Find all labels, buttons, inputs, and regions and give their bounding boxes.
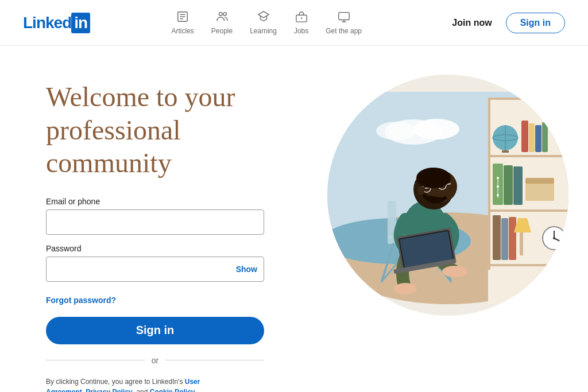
logo-text-linked: Linked xyxy=(23,14,71,32)
right-panel xyxy=(287,63,574,339)
svg-rect-30 xyxy=(502,150,509,153)
password-wrapper: Show xyxy=(46,257,264,282)
page-headline: Welcome to your professional community xyxy=(46,80,287,180)
svg-rect-48 xyxy=(493,215,501,260)
svg-point-4 xyxy=(219,13,222,16)
svg-marker-6 xyxy=(258,11,268,18)
jobs-icon xyxy=(295,10,308,25)
svg-rect-51 xyxy=(520,232,523,255)
people-icon xyxy=(216,10,229,25)
main-nav: Articles People Learning xyxy=(164,6,369,40)
password-form-group: Password Show xyxy=(46,244,287,282)
or-label: or xyxy=(152,356,158,365)
svg-point-57 xyxy=(573,249,574,256)
articles-icon xyxy=(176,10,189,25)
sign-in-button[interactable]: Sign in xyxy=(46,317,264,344)
nav-item-articles[interactable]: Articles xyxy=(164,6,200,40)
svg-rect-49 xyxy=(501,218,508,260)
svg-point-16 xyxy=(413,119,459,139)
password-label: Password xyxy=(46,244,287,253)
or-divider: or xyxy=(46,356,264,365)
password-input[interactable] xyxy=(46,257,264,282)
svg-point-78 xyxy=(417,186,424,195)
legal-and: , and xyxy=(133,388,150,392)
header-sign-in-button[interactable]: Sign in xyxy=(506,13,565,33)
svg-point-35 xyxy=(566,137,574,148)
svg-point-36 xyxy=(569,130,574,140)
or-line-left xyxy=(46,360,145,360)
svg-rect-40 xyxy=(504,165,513,205)
logo[interactable]: Linkedin xyxy=(23,13,90,33)
nav-getapp-label: Get the app xyxy=(326,27,362,35)
nav-learning-label: Learning xyxy=(250,27,277,35)
learning-icon xyxy=(257,10,270,25)
nav-people-label: People xyxy=(211,27,233,35)
svg-point-17 xyxy=(376,122,416,140)
legal-text: By clicking Continue, you agree to Linke… xyxy=(46,377,264,392)
show-password-button[interactable]: Show xyxy=(236,265,257,274)
svg-rect-32 xyxy=(529,123,535,152)
logo-box-in: in xyxy=(71,13,90,33)
svg-point-79 xyxy=(416,168,451,188)
svg-marker-37 xyxy=(570,126,574,131)
svg-rect-25 xyxy=(488,98,490,270)
header-actions: Join now Sign in xyxy=(443,13,565,33)
svg-point-44 xyxy=(497,185,499,188)
legal-period: . xyxy=(195,388,196,392)
left-panel: Welcome to your professional community E… xyxy=(46,75,287,392)
svg-rect-47 xyxy=(525,178,554,184)
main-content: Welcome to your professional community E… xyxy=(0,46,588,392)
svg-point-43 xyxy=(497,177,499,179)
email-label: Email or phone xyxy=(46,197,287,206)
svg-rect-31 xyxy=(521,121,528,152)
header: Linkedin Articles People xyxy=(0,0,588,46)
email-input[interactable] xyxy=(46,209,264,235)
svg-point-56 xyxy=(553,237,555,239)
svg-rect-21 xyxy=(488,98,574,100)
svg-rect-9 xyxy=(338,13,349,20)
svg-point-45 xyxy=(497,194,499,196)
svg-rect-24 xyxy=(488,264,574,266)
svg-point-67 xyxy=(394,283,417,294)
svg-rect-34 xyxy=(542,122,548,152)
nav-item-learning[interactable]: Learning xyxy=(243,6,284,40)
nav-item-jobs[interactable]: Jobs xyxy=(287,6,315,40)
nav-item-getapp[interactable]: Get the app xyxy=(319,6,369,40)
svg-rect-23 xyxy=(488,209,574,212)
or-line-right xyxy=(165,360,264,360)
svg-rect-22 xyxy=(488,155,574,157)
hero-illustration xyxy=(299,63,574,339)
forgot-password-link[interactable]: Forgot password? xyxy=(46,296,116,305)
email-form-group: Email or phone xyxy=(46,197,287,235)
nav-jobs-label: Jobs xyxy=(294,27,308,35)
nav-item-people[interactable]: People xyxy=(204,6,239,40)
getapp-icon xyxy=(338,10,350,25)
join-now-button[interactable]: Join now xyxy=(443,13,501,33)
svg-rect-41 xyxy=(513,166,523,205)
svg-point-5 xyxy=(223,13,226,16)
cookie-policy-link[interactable]: Cookie Policy xyxy=(150,388,195,392)
svg-rect-33 xyxy=(535,125,541,152)
nav-articles-label: Articles xyxy=(171,27,194,35)
svg-point-68 xyxy=(442,266,467,277)
legal-prefix: By clicking Continue, you agree to Linke… xyxy=(46,378,185,386)
svg-rect-50 xyxy=(509,217,516,260)
privacy-policy-link[interactable]: Privacy Policy xyxy=(86,388,132,392)
